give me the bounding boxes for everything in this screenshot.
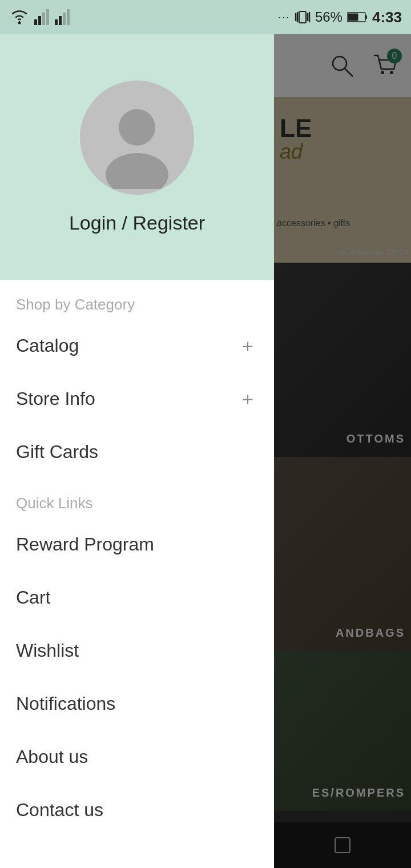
contact-us-label: Contact us [16,799,103,821]
time: 4:33 [372,9,402,26]
main-topbar: 0 [274,34,411,97]
svg-rect-26 [335,838,350,853]
bottoms-label: OTTOMS [346,432,405,445]
svg-line-18 [345,69,352,76]
dots-indicator: ··· [278,11,290,23]
svg-rect-9 [299,11,306,23]
svg-point-20 [390,71,393,74]
svg-rect-8 [67,9,70,25]
cart-button[interactable]: 0 [368,49,402,83]
status-bar: ··· 56% 4:33 [0,0,411,34]
about-us-label: About us [16,746,88,767]
login-register-button[interactable]: Login / Register [69,212,205,234]
svg-rect-4 [46,9,49,25]
banner-text-le: LE [280,114,312,143]
gift-cards-label: Gift Cards [16,441,98,463]
battery-icon [347,11,368,23]
contact-us-menu-item[interactable]: Contact us [0,783,274,837]
vibrate-icon [295,9,311,25]
shop-by-category-label: Shop by Category [0,280,274,319]
rompers-panel: ES/ROMPERS [274,651,411,811]
wishlist-label: Wishlist [16,640,79,661]
notifications-label: Notifications [16,693,115,714]
notifications-menu-item[interactable]: Notifications [0,677,274,730]
avatar[interactable] [80,81,194,195]
svg-rect-7 [63,13,66,25]
search-button[interactable] [328,51,356,80]
svg-rect-5 [55,19,58,25]
svg-point-0 [18,22,21,25]
wifi-icon [9,9,30,25]
store-addr: ot, Arkansas 72023 [340,248,408,257]
gift-cards-menu-item[interactable]: Gift Cards [0,425,274,479]
store-info-plus-icon: ＋ [237,389,258,409]
status-left [9,9,71,25]
avatar-icon [86,86,188,189]
main-content: 0 LE ad accessories • gifts ot, Arkansas… [274,34,411,868]
wishlist-menu-item[interactable]: Wishlist [0,624,274,677]
catalog-label: Catalog [16,335,79,356]
bottoms-panel: OTTOMS [274,263,411,457]
svg-rect-2 [38,16,41,25]
quick-links-label: Quick Links [0,479,274,518]
reward-program-label: Reward Program [16,534,154,555]
svg-rect-3 [42,13,45,25]
cart-label: Cart [16,587,50,608]
status-right: ··· 56% 4:33 [278,9,402,26]
banner-subtext: accessories • gifts [277,218,350,228]
about-us-menu-item[interactable]: About us [0,730,274,783]
battery-percent: 56% [315,9,342,25]
svg-point-19 [381,71,384,74]
handbags-panel: ANDBAGS [274,457,411,651]
menu-section: Shop by Category Catalog ＋ Store Info ＋ … [0,280,274,868]
svg-rect-1 [34,19,37,25]
cart-badge: 0 [387,49,402,63]
signal-icon-2 [55,9,71,25]
signal-icon [34,9,50,25]
svg-rect-16 [348,14,358,21]
reward-program-menu-item[interactable]: Reward Program [0,518,274,571]
catalog-menu-item[interactable]: Catalog ＋ [0,319,274,372]
svg-point-22 [119,109,155,146]
banner-panel: LE ad accessories • gifts ot, Arkansas 7… [274,97,411,263]
handbags-label: ANDBAGS [336,626,405,640]
store-info-menu-item[interactable]: Store Info ＋ [0,372,274,425]
catalog-plus-icon: ＋ [237,336,258,356]
svg-rect-15 [365,15,367,19]
rompers-label: ES/ROMPERS [312,786,405,799]
cart-menu-item[interactable]: Cart [0,571,274,624]
profile-header: Login / Register [0,34,274,280]
banner-text-ad: ad [280,140,303,164]
sidebar: Login / Register Shop by Category Catalo… [0,34,274,868]
store-info-label: Store Info [16,388,95,409]
svg-rect-6 [59,16,62,25]
recent-apps-button[interactable] [325,828,360,862]
